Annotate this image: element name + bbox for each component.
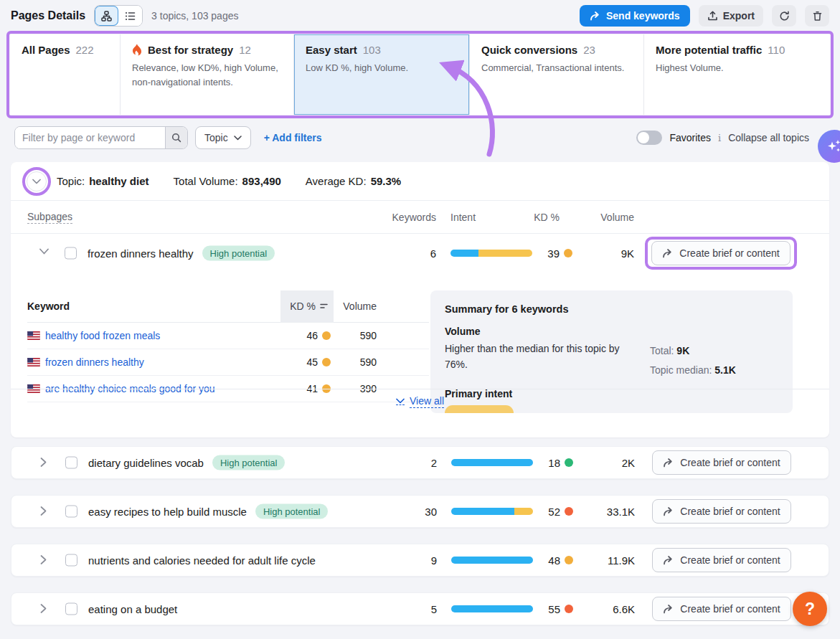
row-expand-chevron-icon[interactable] xyxy=(40,604,50,614)
forward-arrow-icon xyxy=(663,507,674,516)
list-view-button[interactable] xyxy=(118,6,142,26)
keyword-table: Keyword KD % Volume healthy food frozen … xyxy=(27,290,429,402)
row-checkbox[interactable] xyxy=(65,247,77,260)
topic-average-kd: 59.3% xyxy=(371,175,402,187)
subpage-name[interactable]: dietary guidelines vocab xyxy=(88,457,204,469)
delete-button[interactable] xyxy=(805,5,829,27)
summary-volume-label: Volume xyxy=(445,326,778,337)
flame-icon xyxy=(132,44,142,56)
send-keywords-button[interactable]: Send keywords xyxy=(580,5,690,27)
subpage-name[interactable]: easy recipes to help build muscle xyxy=(88,506,247,518)
keyword-kd: 45 xyxy=(271,356,318,368)
tab-all-pages[interactable]: All Pages222 xyxy=(10,34,121,115)
search-button[interactable] xyxy=(165,127,187,148)
subpage-row-expanded: frozen dinners healthy High potential 6 … xyxy=(11,234,829,273)
search-icon xyxy=(171,133,181,143)
volume-value: 33.1K xyxy=(578,506,635,518)
column-subpages[interactable]: Subpages xyxy=(27,211,72,224)
row-checkbox[interactable] xyxy=(65,506,77,518)
create-brief-button[interactable]: Create brief or content xyxy=(652,450,791,475)
subpage-name[interactable]: eating on a budget xyxy=(88,603,177,615)
high-potential-badge: High potential xyxy=(212,455,285,470)
expanded-detail-area: Keyword KD % Volume healthy food frozen … xyxy=(11,273,829,413)
info-icon[interactable]: i xyxy=(718,133,721,143)
keyword-volume: 590 xyxy=(319,330,377,341)
chevron-down-icon xyxy=(396,398,405,405)
subpage-row: nutrients and calories needed for adult … xyxy=(11,544,829,577)
help-button[interactable]: ? xyxy=(793,592,827,626)
add-filters-link[interactable]: + Add filters xyxy=(264,132,322,143)
export-icon xyxy=(707,11,718,22)
kd-value: 52 xyxy=(514,506,560,518)
send-arrow-icon xyxy=(590,11,600,21)
tab-easy-start[interactable]: Easy start103 Low KD %, high Volume. xyxy=(294,34,470,115)
row-checkbox[interactable] xyxy=(65,603,77,615)
sitemap-icon xyxy=(101,11,112,22)
page-title: Pages Details xyxy=(11,9,85,22)
topic-dropdown[interactable]: Topic xyxy=(195,126,251,149)
search-input[interactable] xyxy=(15,127,165,148)
row-checkbox[interactable] xyxy=(65,554,77,567)
row-expand-chevron-icon[interactable] xyxy=(40,506,50,516)
volume-value: 2K xyxy=(578,457,635,469)
keyword-link[interactable]: frozen dinners healthy xyxy=(27,356,144,368)
keywords-count: 5 xyxy=(384,603,437,615)
keywords-count: 2 xyxy=(384,457,437,469)
tab-more-potential-traffic[interactable]: More potential traffic110 Highest Volume… xyxy=(644,34,830,115)
us-flag-icon xyxy=(27,331,40,340)
create-brief-button[interactable]: Create brief or content xyxy=(651,241,791,265)
row-checkbox[interactable] xyxy=(65,457,77,469)
column-intent: Intent xyxy=(450,212,476,223)
subpage-name[interactable]: frozen dinners healthy xyxy=(88,247,194,260)
create-brief-button[interactable]: Create brief or content xyxy=(652,597,791,621)
tab-best-for-strategy[interactable]: Best for strategy12 Relevance, low KD%, … xyxy=(121,34,294,115)
kd-status-dot xyxy=(565,507,573,516)
refresh-button[interactable] xyxy=(772,5,796,27)
row-expand-chevron-icon[interactable] xyxy=(40,458,50,468)
topic-name: healthy diet xyxy=(89,175,148,187)
subpage-row: dietary guidelines vocab High potential … xyxy=(11,446,829,479)
table-column-headers: Subpages Keywords Intent KD % Volume xyxy=(11,201,829,234)
export-button[interactable]: Export xyxy=(699,5,763,27)
summary-volume-text: Higher than the median for this topic by… xyxy=(445,341,633,379)
row-collapse-chevron-icon[interactable] xyxy=(39,248,49,258)
strategy-tabs: All Pages222 Best for strategy12 Relevan… xyxy=(10,34,830,115)
collapse-all-topics-link[interactable]: Collapse all topics xyxy=(728,132,809,143)
volume-column-header: Volume xyxy=(319,300,377,312)
keywords-count: 6 xyxy=(384,247,436,260)
topic-total-volume: 893,490 xyxy=(242,175,281,187)
keyword-link[interactable]: healthy food frozen meals xyxy=(27,330,160,341)
subpage-name[interactable]: nutrients and calories needed for adult … xyxy=(88,554,316,567)
intent-informational-segment xyxy=(451,508,514,515)
column-kd: KD % xyxy=(513,212,560,223)
row-expand-chevron-icon[interactable] xyxy=(40,555,50,565)
summary-stats: Total: 9K Topic median: 5.1K xyxy=(650,341,736,379)
filter-bar: Topic + Add filters Favorites i Collapse… xyxy=(14,126,829,149)
kd-value: 55 xyxy=(514,603,560,615)
kd-status-dot xyxy=(564,249,572,257)
view-all-link[interactable]: View all xyxy=(11,389,829,413)
forward-arrow-icon xyxy=(662,249,673,258)
keyword-column-header: Keyword xyxy=(27,300,70,312)
summary-median-value: 5.1K xyxy=(714,364,736,376)
favorites-toggle[interactable] xyxy=(636,131,662,145)
kd-value: 48 xyxy=(514,554,560,567)
summary-total-value: 9K xyxy=(676,345,689,356)
topic-collapse-button[interactable] xyxy=(27,171,47,191)
tab-quick-conversions[interactable]: Quick conversions23 Commercial, Transact… xyxy=(470,34,644,115)
favorites-label: Favorites xyxy=(669,132,711,143)
column-keywords: Keywords xyxy=(384,212,436,223)
high-potential-badge: High potential xyxy=(255,504,329,519)
tree-view-button[interactable] xyxy=(95,6,118,26)
create-brief-button[interactable]: Create brief or content xyxy=(652,548,791,572)
intent-informational-segment xyxy=(450,250,478,257)
keyword-row: healthy food frozen meals 46 590 xyxy=(27,323,429,349)
column-volume: Volume xyxy=(577,212,634,223)
kd-value: 18 xyxy=(514,457,560,469)
create-brief-button[interactable]: Create brief or content xyxy=(652,499,791,524)
keyword-kd: 46 xyxy=(271,330,318,341)
pages-details-screen: Pages Details 3 topics, 103 pages Send k… xyxy=(0,0,840,639)
kd-status-dot xyxy=(565,458,573,467)
volume-value: 11.9K xyxy=(578,554,635,567)
top-toolbar: Pages Details 3 topics, 103 pages Send k… xyxy=(0,0,840,32)
